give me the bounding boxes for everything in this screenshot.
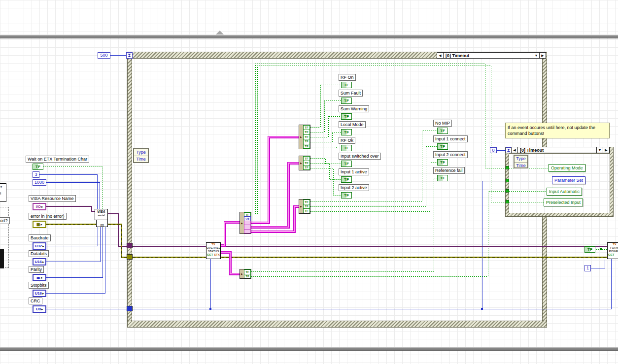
terminal-out-arrow-icon: ▸ xyxy=(41,223,43,227)
bool-indicator-no-mip[interactable]: TF xyxy=(437,128,448,134)
local-parameter-set[interactable]: Parameter Set xyxy=(552,176,585,184)
wire-junction-dots xyxy=(209,308,483,310)
bool-indicator-input-1-active[interactable]: TF xyxy=(341,176,352,183)
tunnel-error xyxy=(127,254,133,260)
indicator-label-input-1-active: Input 1 active xyxy=(339,168,369,175)
timeout-ms-constant[interactable]: 500 xyxy=(98,52,110,59)
coercion-dot xyxy=(600,248,602,251)
crc-label: CRC xyxy=(29,298,42,304)
clipped-black-frame xyxy=(0,249,4,268)
hourglass-icon xyxy=(127,53,132,58)
tx-overall-status-node[interactable]: TX OVERALL STATUS GET STX xyxy=(206,242,221,259)
next-case-icon[interactable]: ▶ xyxy=(603,147,609,153)
outer-event-data-node[interactable]: Type Time xyxy=(133,148,149,163)
unbundle-bools-node-4[interactable]: ▶ TF TF xyxy=(240,269,251,279)
fwd-bool-constant[interactable]: TF xyxy=(584,246,595,253)
terminal-type-text: U8 xyxy=(36,307,41,311)
tunnel-visa xyxy=(127,243,133,248)
visa-resource-label: VISA Resource Name xyxy=(29,195,76,202)
unbundle-bools-node-1[interactable]: ▶ TF TF TF TF TF xyxy=(299,125,310,149)
event-data-type: Type xyxy=(515,156,527,163)
terminal-type-text: I/O xyxy=(35,204,41,209)
clipped-subvi-icon[interactable]: ter vi xyxy=(0,183,6,202)
bool-indicator-input-1-connect[interactable]: TF xyxy=(437,143,448,150)
baudrate-terminal[interactable]: U32 ▸ xyxy=(33,242,46,250)
bool-indicator-rf-ok[interactable]: TF xyxy=(341,145,352,151)
unbundle-input-arrow-icon: ▶ xyxy=(299,125,303,149)
next-case-icon[interactable]: ▶ xyxy=(539,53,546,58)
baudrate-label: Baudrate xyxy=(29,234,51,241)
top-pane-splitter[interactable] xyxy=(0,34,618,38)
local-input-automatic[interactable]: Input Automatic xyxy=(547,188,582,196)
event-data-time: Time xyxy=(134,156,148,163)
splitter-grip-icon[interactable] xyxy=(216,31,224,34)
databits-terminal[interactable]: U16 ▸ xyxy=(33,258,46,265)
etx-char-constant[interactable]: 3 xyxy=(33,171,39,178)
prev-case-icon[interactable]: ◀ xyxy=(512,147,518,153)
bool-row: TF xyxy=(244,274,251,279)
bool-indicator-local-mode[interactable]: TF xyxy=(341,129,352,135)
inner-tunnel-2 xyxy=(506,179,509,182)
wait-etx-bool-constant[interactable]: TF xyxy=(33,164,43,170)
crc-terminal[interactable]: U8 ▸ xyxy=(33,305,46,313)
case-dropdown-icon[interactable]: ▼ xyxy=(596,147,603,153)
bool-indicator-input-2-connect[interactable]: TF xyxy=(437,159,448,165)
case-selector-label[interactable]: [0] Timeout xyxy=(444,53,533,58)
outer-timeout-terminal[interactable] xyxy=(126,52,133,59)
labview-block-diagram: 500 ◀ [0] Timeout ▼ ▶ Type Time Wait on … xyxy=(0,0,618,364)
inner-event-data-node[interactable]: Type Time xyxy=(514,155,528,168)
tx-forward-power-node[interactable]: TX FORW POWER GET xyxy=(607,242,618,259)
bool-indicator-sum-fault[interactable]: TF xyxy=(341,98,352,104)
bool-indicator-rf-on[interactable]: TF xyxy=(341,82,352,88)
stopbits-terminal[interactable]: U16 ▸ xyxy=(33,290,46,297)
terminal-out-arrow-icon: ▸ xyxy=(41,276,43,280)
node-get-text: GET xyxy=(207,253,213,257)
unbundle-input-arrow-icon: ▶ xyxy=(240,212,244,233)
visa-subicon[interactable]: ▥ xyxy=(96,220,108,227)
terminal-out-arrow-icon: ▸ xyxy=(42,244,44,248)
terminal-type-text: U32 xyxy=(34,244,42,248)
bool-indicator-input-2-active[interactable]: TF xyxy=(341,192,352,199)
indicator-label-sum-warning: Sum Warning xyxy=(339,105,369,112)
unbundle-bools-node-2[interactable]: ▶ TF TF TF xyxy=(299,156,310,170)
case-dropdown-icon[interactable]: ▼ xyxy=(533,53,539,58)
etx-timeout-constant[interactable]: 1000 xyxy=(33,179,46,186)
local-operating-mode[interactable]: Operating Mode xyxy=(549,164,585,172)
terminal-out-arrow-icon: ▸ xyxy=(42,292,44,296)
event-structure-bottom-border xyxy=(127,321,547,328)
node-text: TX xyxy=(608,243,618,246)
inner-timeout-constant[interactable]: 0 xyxy=(490,147,497,153)
error-in-label: error in (no error) xyxy=(29,213,67,220)
local-preselected-input[interactable]: Preselected Input xyxy=(544,199,583,206)
node-text: OVERALL xyxy=(206,246,220,250)
inner-tunnel-1 xyxy=(506,166,509,169)
prev-case-icon[interactable]: ◀ xyxy=(437,53,444,58)
clipped-port-label: Port? xyxy=(0,217,10,224)
error-cluster-icon: ▦ xyxy=(36,222,40,227)
unbundle-status-node[interactable]: ▶ TF U8 xyxy=(240,212,251,234)
case-selector-label[interactable]: [0] Timeout xyxy=(518,147,596,153)
arrow-glyph: ▶ xyxy=(241,222,243,225)
bool-indicator-reference-fail[interactable]: TF xyxy=(437,175,448,181)
inner-event-case-selector[interactable]: ◀ [0] Timeout ▼ ▶ xyxy=(511,147,610,153)
visa-configure-serial-node[interactable]: VISA serial xyxy=(95,209,108,220)
inner-tunnel-4 xyxy=(506,200,509,203)
fwd-one-constant[interactable]: 1 xyxy=(584,265,591,271)
hourglass-icon xyxy=(507,148,511,152)
parity-terminal[interactable]: ◀▶ ▸ xyxy=(33,274,46,281)
bottom-pane-splitter[interactable] xyxy=(0,347,618,351)
node-text: STATUS xyxy=(206,250,220,253)
visa-resource-terminal[interactable]: I/O ▸ xyxy=(33,203,46,210)
visa-node-text2: serial xyxy=(95,214,107,217)
inner-structure-right-border xyxy=(610,147,614,217)
event-data-type: Type xyxy=(134,149,148,156)
bool-indicator-sum-warning[interactable]: TF xyxy=(341,113,352,120)
error-in-terminal[interactable]: ▦ ▸ xyxy=(33,221,46,228)
unbundle-bools-node-3[interactable]: ▶ TF TF TF xyxy=(299,199,310,214)
indicator-label-no-mip: No MIP xyxy=(433,120,452,127)
outer-event-case-selector[interactable]: ◀ [0] Timeout ▼ ▶ xyxy=(437,52,546,59)
bool-indicator-input-switched-over[interactable]: TF xyxy=(341,161,352,167)
indicator-label-input-switched-over: Input switched over xyxy=(339,153,381,160)
indicator-label-reference-fail: Reference fail xyxy=(433,167,465,174)
unbundle-input-arrow-icon: ▶ xyxy=(299,156,303,170)
